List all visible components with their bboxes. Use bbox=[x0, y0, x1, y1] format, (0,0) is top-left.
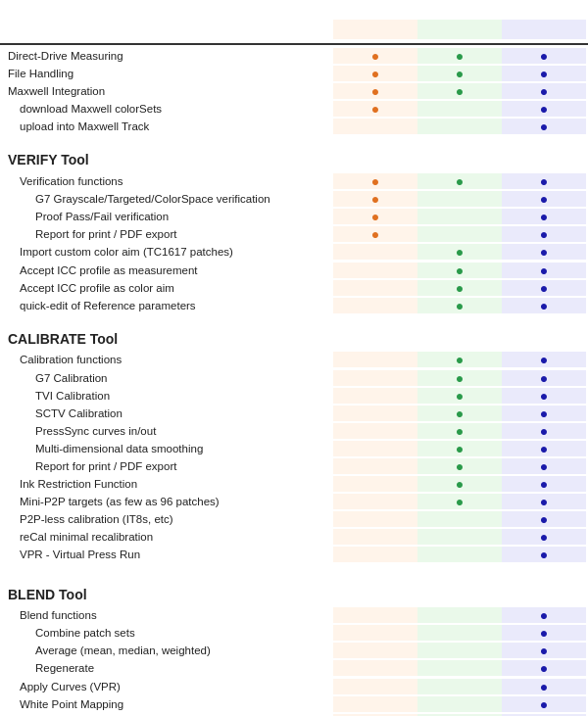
dot-cell bbox=[333, 547, 417, 562]
feature-row: Import custom color aim (TC1617 patches)… bbox=[0, 243, 588, 261]
dot-cell: ● bbox=[502, 441, 586, 456]
dots-row: ●● bbox=[333, 263, 588, 278]
dot-cell bbox=[333, 352, 417, 367]
dot-cell bbox=[417, 226, 502, 242]
feature-label: Accept ICC profile as color aim bbox=[0, 279, 333, 297]
dot-cell: ● bbox=[502, 191, 586, 207]
dot-indicator: ● bbox=[456, 280, 464, 296]
feature-row: Proof Pass/Fail verification●● bbox=[0, 208, 588, 225]
dot-cell bbox=[333, 660, 417, 676]
dot-cell: ● bbox=[417, 441, 502, 456]
dot-cell bbox=[417, 643, 502, 658]
dot-indicator: ● bbox=[456, 263, 464, 278]
dot-cell bbox=[333, 511, 417, 527]
dot-indicator: ● bbox=[456, 476, 464, 492]
feature-label: Accept ICC profile as measurement bbox=[0, 262, 333, 279]
dots-row: ●● bbox=[333, 370, 588, 386]
feature-row: upload into Maxwell Track● bbox=[0, 118, 588, 135]
dot-cell: ● bbox=[417, 458, 502, 474]
dot-cell bbox=[333, 280, 417, 296]
section-header-row: BLEND Tool bbox=[0, 576, 588, 607]
feature-label: Average (mean, median, weighted) bbox=[0, 642, 333, 659]
feature-row: Average (mean, median, weighted)● bbox=[0, 642, 588, 659]
dot-indicator: ● bbox=[540, 119, 548, 134]
feature-label: TVI Calibration bbox=[0, 387, 333, 405]
dot-cell: ● bbox=[502, 244, 586, 260]
dot-indicator: ● bbox=[371, 191, 379, 207]
feature-label: Regenerate bbox=[0, 659, 333, 677]
dot-cell bbox=[333, 696, 417, 712]
dot-indicator: ● bbox=[456, 173, 464, 189]
dot-indicator: ● bbox=[540, 696, 548, 712]
dot-cell: ● bbox=[502, 476, 586, 492]
dot-cell: ● bbox=[502, 280, 586, 296]
dot-indicator: ● bbox=[540, 494, 548, 509]
dots-row: ●● bbox=[333, 280, 588, 296]
feature-label: Report for print / PDF export bbox=[0, 225, 333, 243]
dot-indicator: ● bbox=[371, 48, 379, 64]
dot-indicator: ● bbox=[540, 511, 548, 527]
dot-cell: ● bbox=[502, 511, 586, 527]
section-label: BLEND Tool bbox=[0, 576, 333, 607]
dot-indicator: ● bbox=[456, 494, 464, 509]
dot-cell: ● bbox=[502, 388, 586, 404]
dot-cell bbox=[333, 263, 417, 278]
dot-cell: ● bbox=[417, 48, 502, 64]
dot-indicator: ● bbox=[540, 244, 548, 260]
feature-label: Multi-dimensional data smoothing bbox=[0, 440, 333, 457]
dot-cell: ● bbox=[417, 352, 502, 367]
feature-label: Import custom color aim (TC1617 patches) bbox=[0, 243, 333, 261]
feature-row: Regenerate● bbox=[0, 659, 588, 677]
dot-cell: ● bbox=[502, 406, 586, 421]
dots-row: ● bbox=[333, 511, 588, 527]
dot-cell: ● bbox=[417, 83, 502, 99]
feature-row: Ink Restriction Function●● bbox=[0, 475, 588, 493]
dots-row: ● bbox=[333, 547, 588, 562]
dot-indicator: ● bbox=[540, 209, 548, 224]
feature-label: Ink Restriction Function bbox=[0, 475, 333, 493]
dots-row: ●● bbox=[333, 441, 588, 456]
dot-cell: ● bbox=[333, 226, 417, 242]
feature-label: Proof Pass/Fail verification bbox=[0, 208, 333, 225]
dot-cell: ● bbox=[502, 529, 586, 545]
dot-cell: ● bbox=[502, 173, 586, 189]
dot-cell: ● bbox=[502, 547, 586, 562]
dot-indicator: ● bbox=[540, 625, 548, 641]
dot-cell bbox=[417, 547, 502, 562]
dot-cell: ● bbox=[502, 643, 586, 658]
dot-cell: ● bbox=[502, 66, 586, 81]
dot-cell bbox=[333, 441, 417, 456]
dot-indicator: ● bbox=[540, 660, 548, 676]
dot-indicator: ● bbox=[456, 388, 464, 404]
feature-label: Mini-P2P targets (as few as 96 patches) bbox=[0, 493, 333, 510]
dot-cell: ● bbox=[333, 173, 417, 189]
feature-row: download Maxwell colorSets●● bbox=[0, 100, 588, 118]
dot-indicator: ● bbox=[540, 66, 548, 81]
dots-row: ●● bbox=[333, 101, 588, 117]
dot-cell bbox=[417, 679, 502, 694]
dot-cell: ● bbox=[333, 191, 417, 207]
feature-label: PressSync curves in/out bbox=[0, 422, 333, 440]
dot-indicator: ● bbox=[456, 298, 464, 313]
dot-cell: ● bbox=[502, 679, 586, 694]
dot-cell: ● bbox=[502, 458, 586, 474]
feature-row: Report for print / PDF export●● bbox=[0, 225, 588, 243]
feature-row: VPR - Virtual Press Run● bbox=[0, 546, 588, 563]
dot-cell bbox=[333, 244, 417, 260]
dot-cell bbox=[333, 406, 417, 421]
feature-row: Calibration functions●● bbox=[0, 351, 588, 368]
dot-indicator: ● bbox=[456, 66, 464, 81]
dot-cell bbox=[333, 607, 417, 623]
dot-indicator: ● bbox=[540, 370, 548, 386]
dots-row: ● bbox=[333, 679, 588, 694]
dot-indicator: ● bbox=[540, 607, 548, 623]
dots-row: ● bbox=[333, 529, 588, 545]
dot-indicator: ● bbox=[540, 280, 548, 296]
dot-cell bbox=[417, 607, 502, 623]
dot-cell bbox=[333, 388, 417, 404]
feature-row: PressSync curves in/out●● bbox=[0, 422, 588, 440]
dot-indicator: ● bbox=[540, 48, 548, 64]
feature-label: Report for print / PDF export bbox=[0, 457, 333, 475]
dot-cell bbox=[333, 529, 417, 545]
dots-row: ●● bbox=[333, 352, 588, 367]
